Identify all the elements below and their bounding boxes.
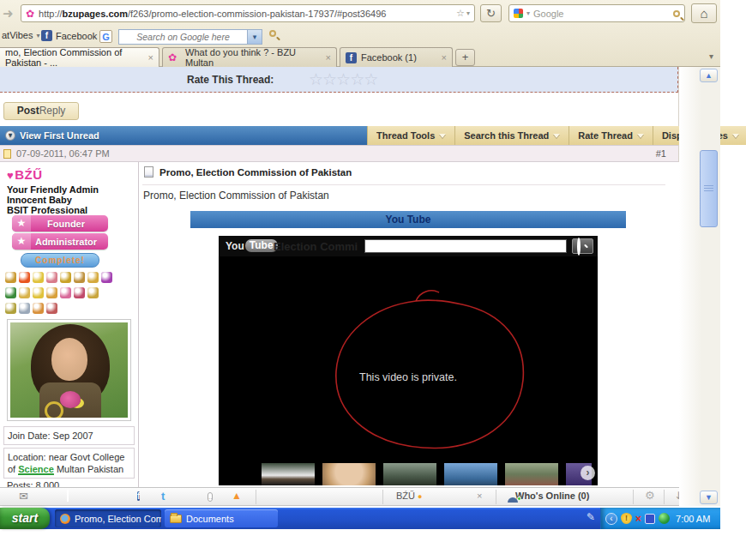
- tab-thread-title: mo, Election Commission of Pakistan - ..…: [5, 47, 144, 68]
- award-book-icon: [87, 287, 99, 298]
- taskbar-item-firefox[interactable]: Promo, Election Com...: [55, 509, 161, 527]
- video-thumbnail[interactable]: [505, 463, 558, 485]
- location-science-link[interactable]: Science: [18, 464, 54, 475]
- menu-rate-thread[interactable]: Rate Thread: [569, 126, 653, 145]
- forward-icon[interactable]: ➜: [3, 6, 14, 21]
- network-globe-icon[interactable]: [659, 513, 670, 524]
- bookmark-star-icon[interactable]: ☆: [456, 8, 465, 19]
- post-reply-button[interactable]: PostReply: [3, 102, 79, 120]
- menu-search-thread[interactable]: Search this Thread: [454, 126, 569, 145]
- star-icon[interactable]: ☆: [309, 70, 322, 88]
- facebook-share-icon[interactable]: f: [137, 491, 140, 502]
- scrollbar[interactable]: ▲ ▼: [679, 67, 720, 506]
- start-button[interactable]: start: [0, 508, 50, 529]
- menu-thread-tools[interactable]: Thread Tools: [367, 126, 454, 145]
- tray-collapse-icon[interactable]: ‹: [605, 513, 617, 525]
- url-prefix: http://: [39, 9, 63, 19]
- g-logo-icon: G: [99, 30, 112, 43]
- translate-up-icon[interactable]: ▲: [232, 490, 242, 502]
- chatvibes-menu[interactable]: atVibes ▾: [2, 30, 40, 40]
- administrator-badge-label: Administrator: [31, 237, 108, 247]
- facebook-icon: f: [346, 52, 357, 63]
- video-thumbnail[interactable]: [322, 463, 376, 485]
- player-search-button[interactable]: [572, 238, 593, 254]
- search-engine-dropdown-icon[interactable]: ▾: [526, 9, 530, 17]
- menu-arrow-icon: [553, 134, 560, 142]
- scroll-up-button[interactable]: ▲: [700, 69, 718, 82]
- player-search-box[interactable]: [364, 239, 567, 253]
- scroll-down-button[interactable]: ▼: [700, 491, 718, 504]
- facebook-bookmark[interactable]: f Facebook: [41, 30, 97, 41]
- new-tab-button[interactable]: +: [455, 49, 475, 66]
- tab-thread[interactable]: mo, Election Commission of Pakistan - ..…: [0, 47, 159, 67]
- search-magnifier-icon[interactable]: [673, 10, 680, 17]
- toolbar-search[interactable]: ▾: [118, 29, 262, 45]
- tab-bzu-multan[interactable]: ✿ What do you think ? - BZU Multan ×: [162, 47, 337, 67]
- video-thumbnail[interactable]: [383, 463, 436, 485]
- twitter-share-icon[interactable]: t: [161, 491, 165, 503]
- youtube-logo[interactable]: You Tube: [226, 239, 278, 252]
- bookmark-dropdown-icon[interactable]: ▾: [466, 9, 470, 17]
- award-horn-icon: [46, 287, 57, 298]
- tab-close-icon[interactable]: ×: [442, 52, 447, 63]
- toolbar-settings-icon[interactable]: ⚙: [645, 489, 655, 502]
- avatar-image: [10, 322, 128, 418]
- player-search-input[interactable]: [365, 243, 566, 255]
- list-all-tabs-icon[interactable]: ▾: [709, 51, 713, 61]
- toolbar-close-icon[interactable]: ×: [477, 491, 482, 501]
- tab-close-icon[interactable]: ×: [326, 52, 331, 63]
- video-player[interactable]: You Tube Election Commi: [219, 236, 598, 485]
- post-reply-bold: Post: [17, 105, 39, 117]
- star-icon[interactable]: ☆: [336, 70, 350, 88]
- post-number-link[interactable]: #1: [656, 148, 666, 159]
- username-link[interactable]: ♥BŹŰ: [7, 167, 43, 182]
- toolbar-search-input[interactable]: [119, 32, 247, 42]
- toolbar-brand[interactable]: BŹŰ ●: [396, 491, 423, 501]
- mail-icon[interactable]: ✉: [19, 490, 28, 503]
- tab-close-icon[interactable]: ×: [148, 52, 153, 63]
- reload-button[interactable]: ↻: [480, 4, 502, 22]
- whos-online-button[interactable]: Who's Online (0): [509, 491, 589, 501]
- rating-stars[interactable]: ☆☆☆☆☆: [309, 69, 377, 89]
- google-toolbar-icon[interactable]: G: [99, 30, 112, 43]
- tray-app-blue-icon[interactable]: [645, 514, 655, 524]
- star-icon[interactable]: ☆: [350, 70, 364, 88]
- award-donut-icon: [19, 287, 30, 298]
- toolbar-search-button[interactable]: [269, 30, 276, 37]
- tab-strip: mo, Election Commission of Pakistan - ..…: [0, 47, 720, 67]
- photos-icon[interactable]: [67, 491, 69, 501]
- taskbar-clock[interactable]: 7:00 AM: [676, 514, 710, 524]
- toolbar-separator: [496, 490, 496, 504]
- star-icon[interactable]: ☆: [322, 70, 336, 88]
- google-search-box[interactable]: ▾ Google: [508, 4, 685, 22]
- tab-favicon-icon: ✿: [168, 51, 177, 63]
- chat-bubble-icon[interactable]: ..: [208, 491, 213, 501]
- taskbar-item-documents[interactable]: Documents: [165, 509, 278, 527]
- award-pets-icon: [87, 272, 99, 283]
- firefox-icon: [60, 514, 70, 524]
- view-first-unread-link[interactable]: ▾ View First Unread: [5, 126, 99, 145]
- toolbar-separator: [382, 490, 383, 504]
- youtube-logo-you: You: [226, 240, 244, 252]
- google-search-placeholder: Google: [533, 9, 563, 19]
- thumbnails-next-icon[interactable]: ›: [581, 466, 595, 480]
- star-icon[interactable]: ☆: [364, 70, 377, 88]
- award-globe-icon: [5, 287, 16, 298]
- toolbar-search-dropdown-icon[interactable]: ▾: [247, 30, 262, 44]
- pen-tray-icon[interactable]: ✎: [587, 511, 595, 523]
- facebook-icon: f: [41, 30, 52, 41]
- tab-facebook[interactable]: f Facebook (1) ×: [340, 47, 453, 67]
- forum-page: Rate This Thread: ☆☆☆☆☆ PostReply ▾ View…: [0, 67, 679, 506]
- home-button[interactable]: ⌂: [691, 3, 717, 23]
- user-avatar[interactable]: [7, 319, 131, 421]
- post-title: Promo, Election Commission of Pakistan: [159, 167, 352, 178]
- scrollbar-thumb[interactable]: [700, 150, 718, 227]
- toolbar-brand-label: BŹŰ: [396, 491, 415, 501]
- online-dot-icon: [517, 497, 521, 501]
- video-thumbnail[interactable]: [262, 463, 315, 485]
- video-thumbnail[interactable]: [444, 463, 497, 485]
- security-shield-icon[interactable]: !: [621, 513, 632, 524]
- url-bar[interactable]: ✿ http://bzupages.com/f263/promo-electio…: [21, 4, 475, 22]
- tray-app-red-icon[interactable]: ×: [635, 514, 641, 524]
- facebook-bookmark-label: Facebook: [56, 31, 97, 41]
